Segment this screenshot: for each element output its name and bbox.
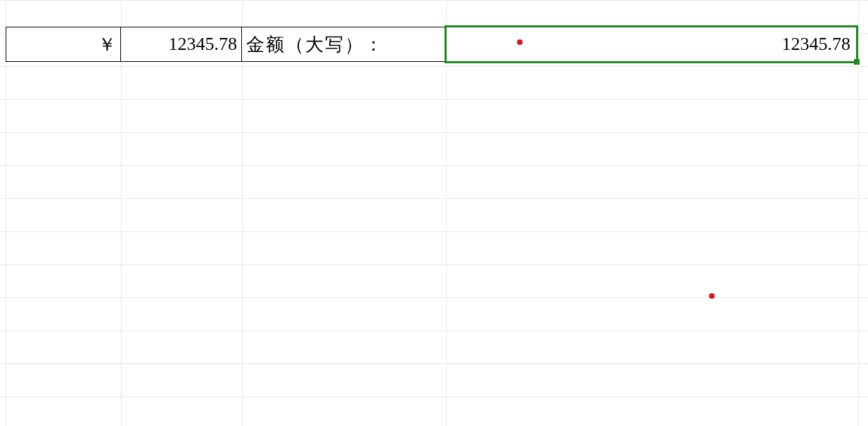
selected-cell[interactable]: 12345.78	[445, 25, 858, 63]
data-row: ￥ 12345.78 金额（大写）：	[6, 27, 446, 62]
gridline-vertical	[242, 0, 243, 426]
gridline-horizontal	[0, 231, 868, 232]
marker-dot-icon	[709, 293, 715, 299]
gridline-horizontal	[0, 396, 868, 397]
amount-label-cell[interactable]: 金额（大写）：	[242, 27, 446, 62]
gridline-horizontal	[0, 264, 868, 265]
gridline-horizontal	[0, 132, 868, 133]
gridline-horizontal	[0, 297, 868, 298]
currency-symbol-cell[interactable]: ￥	[6, 27, 121, 62]
gridline-horizontal	[0, 66, 868, 67]
gridline-horizontal	[0, 363, 868, 364]
marker-dot-icon	[517, 39, 523, 45]
selected-cell-value: 12345.78	[782, 34, 851, 55]
gridline-vertical	[6, 0, 6, 426]
fill-handle[interactable]	[854, 59, 860, 65]
gridline-vertical	[446, 0, 447, 426]
gridline-horizontal	[0, 0, 868, 1]
gridline-horizontal	[0, 198, 868, 199]
gridline-horizontal	[0, 165, 868, 166]
amount-value-cell[interactable]: 12345.78	[121, 27, 242, 62]
gridline-vertical	[121, 0, 122, 426]
gridline-horizontal	[0, 99, 868, 100]
gridline-horizontal	[0, 330, 868, 331]
spreadsheet-grid[interactable]	[0, 0, 868, 426]
